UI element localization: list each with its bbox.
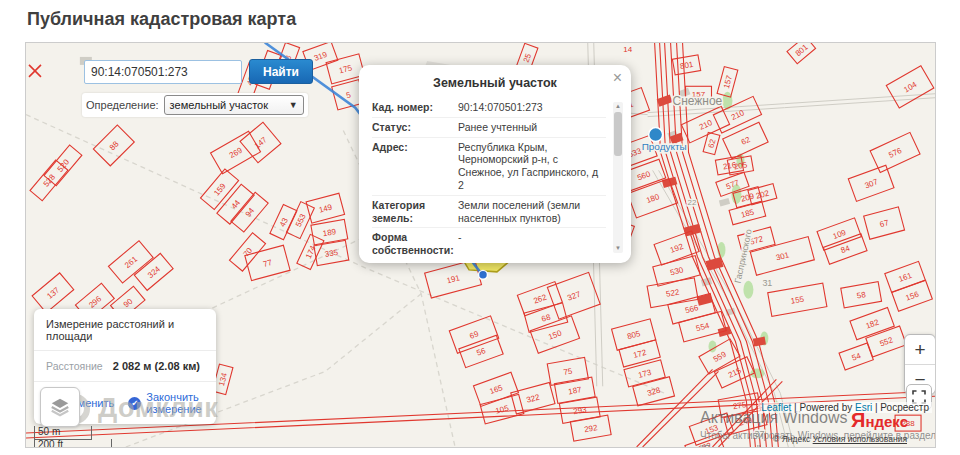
parcel-62: 62: [723, 122, 768, 159]
definition-select[interactable]: земельный участок ▼: [164, 95, 304, 115]
parcel-328: 328: [633, 377, 675, 406]
domclick-watermark: Домклик: [60, 393, 218, 424]
search-input[interactable]: [84, 60, 242, 84]
parcel-156: 156: [892, 280, 933, 311]
parcel-number: 187: [568, 385, 583, 396]
definition-filter: Определение: земельный участок ▼: [82, 93, 308, 117]
popup-row: Адрес:Республика Крым, Черноморский р-н,…: [372, 137, 606, 195]
parcel-number: 104: [902, 80, 919, 95]
building-gray: [719, 198, 730, 206]
scale-imperial: 200 ft: [34, 439, 112, 449]
map-scale: 50 m 200 ft: [34, 426, 112, 448]
parcel-number: 159: [212, 181, 228, 197]
parcel-number: 269: [228, 145, 245, 160]
parcel-number: 58: [856, 290, 867, 300]
popup-row: Кад. номер:90:14:070501:273: [372, 98, 606, 117]
parcel-number: 293: [573, 405, 588, 416]
leaflet-link[interactable]: Leaflet: [761, 402, 791, 413]
layers-button[interactable]: [40, 387, 80, 427]
parcel-number: 210: [698, 118, 714, 132]
map-x-mark: [29, 65, 41, 77]
parcel-number: 150: [547, 328, 563, 341]
yandex-logo[interactable]: Яндекс: [851, 409, 908, 432]
parcel-number: 576: [887, 146, 903, 160]
parcel-number: 172: [632, 348, 648, 360]
parcel-number: 165: [488, 383, 504, 396]
parcel-number: 566: [684, 303, 700, 315]
vegetation-patch: [743, 281, 753, 299]
parcel-number: 56: [475, 346, 487, 358]
zoom-in-button[interactable]: +: [905, 335, 935, 364]
scroll-thumb[interactable]: [614, 112, 622, 156]
parcel-number: 560: [636, 169, 652, 182]
parcel-number: 175: [338, 63, 354, 75]
parcel-43: 43: [270, 205, 297, 240]
scroll-down-icon[interactable]: ▼: [613, 244, 623, 253]
parcel-182: 182: [850, 307, 894, 339]
map-label: 31: [762, 278, 772, 288]
parcel-number: 137: [45, 285, 61, 301]
parcel-185: 185: [729, 202, 766, 225]
parcel-number: 554: [695, 321, 711, 333]
scroll-up-icon[interactable]: ▲: [613, 102, 623, 111]
parcel-number: 185: [740, 207, 756, 219]
search-button[interactable]: Найти: [249, 59, 313, 84]
parcel-165: 165: [473, 372, 518, 406]
popup-row: Форма собственности:-: [372, 227, 606, 258]
popup-row-value: -: [458, 231, 606, 257]
parcel-number: 62: [706, 138, 717, 149]
measure-point[interactable]: [479, 270, 488, 279]
parcel-67: 67: [864, 207, 905, 239]
layers-icon: [49, 396, 71, 418]
map-canvas[interactable]: 4516716831917552514801801157157331210210…: [25, 42, 936, 448]
parcel-number: 301: [775, 250, 791, 262]
terms-link[interactable]: Условия использования: [813, 434, 907, 444]
parcel-number: 5: [345, 90, 352, 100]
parcel-number: 90: [122, 296, 135, 309]
popup-row-value: Республика Крым, Черноморский р-н, с Сне…: [458, 141, 606, 192]
poi-icon: [649, 128, 663, 142]
parcel-56: 56: [459, 335, 503, 367]
yandex-copyright-row: © Яндекс Условия использования: [773, 434, 907, 444]
parcel-520: 520: [44, 145, 82, 186]
parcel-number: 14: [623, 45, 632, 54]
parcel-147: 147: [240, 122, 281, 163]
parcel-number: 94: [244, 206, 257, 219]
close-icon[interactable]: ×: [613, 70, 622, 86]
parcel-number: 68: [541, 312, 552, 323]
parcel-553: 553: [286, 202, 314, 239]
parcel-84: 84: [823, 234, 867, 264]
parcel-109: 109: [817, 218, 861, 250]
popup-scrollbar[interactable]: ▲ ▼: [613, 102, 623, 253]
parcel-307: 307: [848, 165, 894, 201]
parcel-number: 296: [87, 294, 103, 310]
parcel-number: 261: [123, 254, 139, 270]
distance-value: 2 082 м (2.08 км): [113, 360, 200, 372]
domclick-label: Домклик: [98, 393, 218, 424]
parcel-293: 293: [559, 397, 600, 423]
parcel-number: 69: [468, 329, 480, 341]
parcel-149: 149: [306, 193, 344, 223]
parcel-number: 88: [108, 139, 121, 152]
parcel-number: 322: [525, 393, 541, 405]
parcel-number: 75: [563, 367, 574, 377]
popup-row-label: Статус:: [372, 121, 458, 134]
parcel-number: 324: [146, 264, 162, 280]
parcel-number: 182: [865, 317, 881, 330]
parcel-327: 327: [547, 272, 600, 319]
parcel-number: 156: [904, 290, 920, 303]
popup-row-label: Форма собственности:: [372, 231, 458, 257]
parcel-68: 68: [524, 303, 568, 333]
parcel-576: 576: [870, 132, 920, 172]
definition-value: земельный участок: [170, 99, 268, 111]
parcel-174: 174: [297, 234, 324, 269]
scale-metric: 50 m: [34, 426, 92, 440]
parcel-269: 269: [211, 131, 261, 174]
parcel-number: 307: [864, 177, 880, 190]
parcel-261: 261: [108, 241, 153, 283]
parcel-577: 577: [716, 172, 749, 196]
parcel-155: 155: [768, 283, 827, 316]
parcel-number: 262: [532, 293, 548, 306]
parcel-number: 149: [318, 202, 334, 214]
popup-row: Категория земель:Земли поселений (земли …: [372, 195, 606, 228]
